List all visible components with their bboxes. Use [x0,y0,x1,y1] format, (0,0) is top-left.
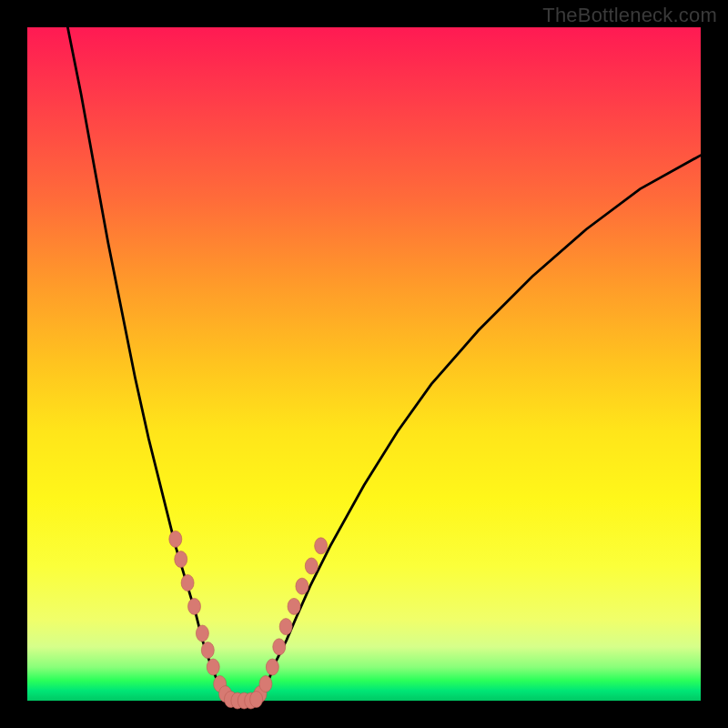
curve-left-branch [67,27,229,701]
marker-left-6 [207,659,219,675]
marker-left-1 [175,551,187,568]
marker-right-5 [288,598,300,614]
curve-svg [27,27,701,701]
marker-left-3 [188,598,201,614]
marker-right-7 [305,558,318,574]
marker-left-2 [181,575,194,592]
marker-right-3 [273,639,286,655]
marker-right-1 [259,676,272,693]
marker-right-4 [279,619,292,635]
marker-right-2 [266,659,278,675]
curve-right-branch [257,156,701,701]
plot-area [27,27,701,701]
marker-left-0 [169,531,182,547]
marker-left-4 [196,625,208,642]
marker-left-5 [201,642,214,659]
marker-bottom-4 [250,692,263,708]
chart-frame: TheBottleneck.com [0,0,728,728]
marker-right-6 [296,578,308,594]
watermark-text: TheBottleneck.com [542,4,717,27]
marker-right-8 [315,538,328,554]
